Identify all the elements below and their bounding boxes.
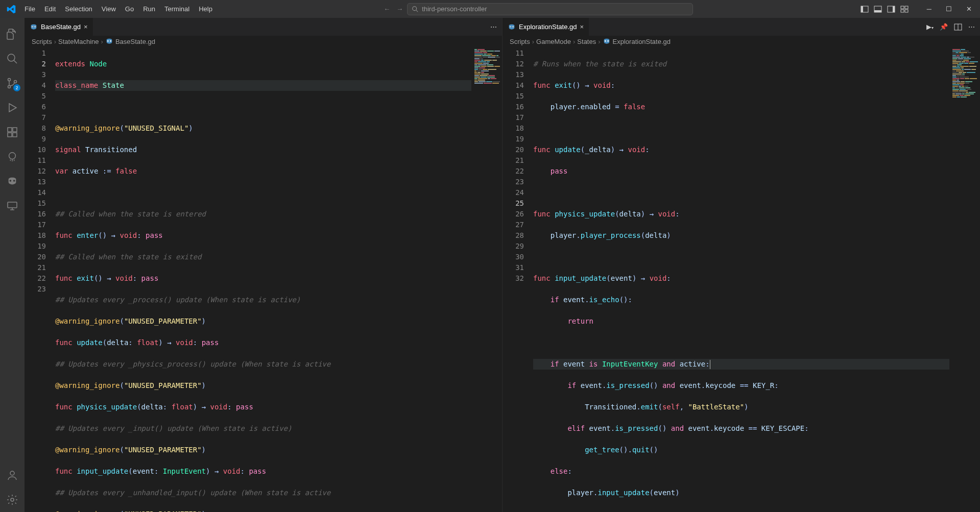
svg-rect-5: [874, 10, 881, 12]
svg-rect-3: [861, 6, 863, 12]
svg-point-22: [10, 180, 12, 182]
code-area-right[interactable]: 1112131415161718192021222324252627282930…: [503, 47, 980, 512]
extensions-icon[interactable]: [0, 120, 25, 144]
svg-point-23: [13, 180, 15, 182]
godot-file-icon: [30, 23, 38, 31]
menu-go[interactable]: Go: [121, 3, 138, 15]
tabs-row: BaseState.gd × ⋯: [25, 18, 502, 36]
scm-badge: 2: [13, 84, 20, 91]
settings-gear-icon[interactable]: [0, 487, 25, 512]
menu-terminal[interactable]: Terminal: [160, 3, 194, 15]
menu-selection[interactable]: Selection: [61, 3, 96, 15]
remote-icon[interactable]: [0, 193, 25, 218]
titlebar: File Edit Selection View Go Run Terminal…: [0, 0, 980, 18]
godot-tools-icon[interactable]: [0, 144, 25, 169]
run-debug-icon[interactable]: [0, 95, 25, 120]
command-center-search[interactable]: third-person-controller: [407, 3, 693, 15]
menu-help[interactable]: Help: [195, 3, 217, 15]
window-close-icon[interactable]: ✕: [962, 5, 976, 13]
editor-area: BaseState.gd × ⋯ Scripts › StateMachine …: [25, 18, 980, 512]
layout-panel-icon[interactable]: [874, 5, 882, 13]
breadcrumb-item[interactable]: Scripts: [510, 38, 530, 45]
run-icon[interactable]: ▶▾: [926, 23, 934, 31]
svg-rect-8: [901, 6, 904, 9]
svg-point-16: [14, 81, 17, 83]
breadcrumbs[interactable]: Scripts › GameMode › States › Exploratio…: [503, 36, 980, 47]
chevron-right-icon: ›: [101, 38, 103, 45]
svg-rect-20: [13, 128, 17, 132]
svg-point-12: [8, 54, 15, 61]
tabs-row: ExplorationState.gd × ▶▾ 📌 ⋯: [503, 18, 980, 36]
layout-sidebar-left-icon[interactable]: [861, 5, 869, 13]
close-icon[interactable]: ×: [84, 23, 88, 31]
window-minimize-icon[interactable]: ─: [923, 5, 936, 13]
svg-rect-19: [13, 133, 17, 137]
svg-rect-11: [905, 10, 908, 12]
breadcrumb-item[interactable]: States: [577, 38, 596, 45]
breadcrumbs[interactable]: Scripts › StateMachine › BaseState.gd: [25, 36, 502, 47]
editor-pane-right: ExplorationState.gd × ▶▾ 📌 ⋯ Scripts › G…: [503, 18, 980, 512]
svg-rect-7: [893, 6, 895, 12]
tab-label: BaseState.gd: [41, 23, 81, 31]
minimap[interactable]: [949, 47, 980, 512]
svg-rect-9: [905, 6, 908, 9]
more-actions-icon[interactable]: ⋯: [490, 23, 497, 31]
svg-line-13: [14, 60, 17, 63]
svg-rect-10: [901, 10, 904, 12]
godot-file-icon: [105, 37, 113, 45]
pin-icon[interactable]: 📌: [940, 23, 948, 31]
nav-forward-icon[interactable]: →: [396, 5, 403, 13]
breadcrumb-item[interactable]: StateMachine: [58, 38, 99, 45]
godot-file-icon: [603, 37, 611, 45]
menu-run[interactable]: Run: [139, 3, 159, 15]
breadcrumb-item[interactable]: BaseState.gd: [115, 38, 155, 45]
svg-rect-18: [8, 133, 12, 137]
svg-rect-17: [8, 128, 12, 132]
tab-explorationstate[interactable]: ExplorationState.gd ×: [503, 18, 589, 36]
menu-edit[interactable]: Edit: [40, 3, 60, 15]
line-gutter: 1234567891011121314151617181920212223: [25, 47, 55, 512]
breadcrumb-item[interactable]: Scripts: [32, 38, 52, 45]
svg-rect-24: [8, 202, 17, 208]
nav-back-icon[interactable]: ←: [384, 5, 390, 13]
window-maximize-icon[interactable]: ☐: [942, 5, 956, 13]
svg-point-15: [8, 86, 11, 88]
layout-sidebar-right-icon[interactable]: [887, 5, 895, 13]
activity-bar: 2: [0, 18, 25, 512]
breadcrumb-item[interactable]: GameMode: [536, 38, 571, 45]
split-editor-icon[interactable]: [954, 23, 962, 31]
svg-point-35: [510, 26, 511, 27]
source-control-icon[interactable]: 2: [0, 71, 25, 95]
svg-point-14: [8, 79, 11, 81]
minimap[interactable]: [471, 47, 502, 512]
svg-point-21: [9, 153, 16, 159]
code-content[interactable]: # Runs when the state is exited func exi…: [533, 47, 949, 512]
tab-label: ExplorationState.gd: [519, 23, 577, 31]
svg-point-25: [10, 471, 14, 475]
svg-point-29: [32, 26, 33, 27]
search-activity-icon[interactable]: [0, 46, 25, 71]
svg-point-30: [35, 26, 35, 27]
search-icon: [412, 6, 419, 13]
breadcrumb-item[interactable]: ExplorationState.gd: [613, 38, 671, 45]
svg-point-36: [513, 26, 513, 27]
godot-activity-icon[interactable]: [0, 169, 25, 193]
code-content[interactable]: extends Node class_name State @warning_i…: [55, 47, 471, 512]
svg-point-31: [107, 40, 109, 42]
more-actions-icon[interactable]: ⋯: [968, 23, 975, 31]
menu-file[interactable]: File: [20, 3, 39, 15]
close-icon[interactable]: ×: [580, 23, 584, 31]
customize-layout-icon[interactable]: [900, 5, 909, 13]
svg-point-39: [605, 40, 606, 42]
svg-point-40: [607, 40, 609, 42]
tab-basestate[interactable]: BaseState.gd ×: [25, 18, 93, 36]
chevron-right-icon: ›: [598, 38, 600, 45]
editor-pane-left: BaseState.gd × ⋯ Scripts › StateMachine …: [25, 18, 503, 512]
code-area-left[interactable]: 1234567891011121314151617181920212223 ex…: [25, 47, 502, 512]
menu-view[interactable]: View: [98, 3, 120, 15]
chevron-right-icon: ›: [54, 38, 56, 45]
accounts-icon[interactable]: [0, 463, 25, 487]
explorer-icon[interactable]: [0, 22, 25, 46]
chevron-right-icon: ›: [573, 38, 575, 45]
svg-line-1: [416, 10, 418, 12]
